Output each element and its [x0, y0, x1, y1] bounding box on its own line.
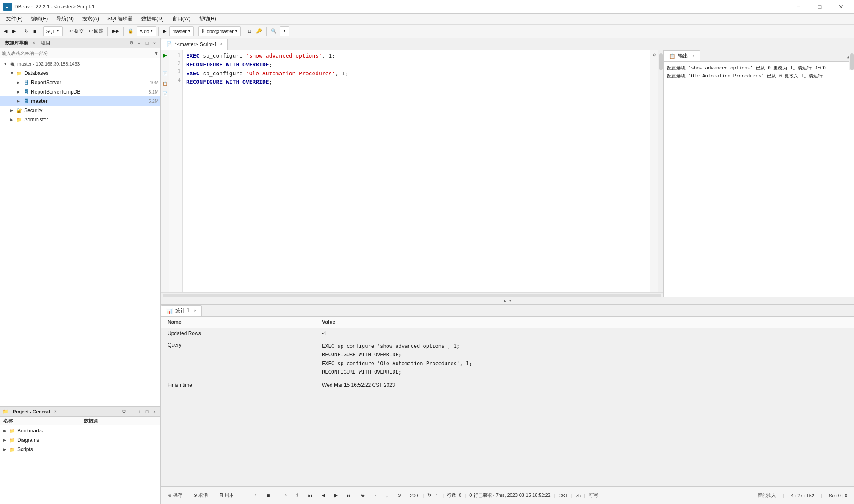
- tree-security[interactable]: ▶ 🔐 Security: [0, 106, 160, 115]
- master-dropdown[interactable]: master ▼: [169, 26, 194, 36]
- filter-icon[interactable]: ▼: [154, 51, 159, 56]
- bottom-collapse-bar[interactable]: ▲ ▼: [161, 297, 854, 304]
- rollback-button[interactable]: ↩ 回滚: [87, 26, 105, 36]
- menu-help[interactable]: 帮助(H): [195, 14, 220, 25]
- output-vscroll-thumb[interactable]: [850, 53, 854, 70]
- run-all-button[interactable]: ▶: [163, 52, 167, 58]
- menu-edit[interactable]: 编辑(E): [27, 14, 52, 25]
- import-btn[interactable]: ↓: [382, 492, 392, 499]
- tree-master[interactable]: ▶ 🗄 master 5.2M: [0, 96, 160, 106]
- count-btn[interactable]: ⊕: [357, 491, 369, 499]
- save-status[interactable]: ⊙ 保存: [164, 491, 186, 500]
- nav-minimize-btn[interactable]: □: [143, 40, 150, 47]
- tree-connection[interactable]: ▼ 🔌 master - 192.168.30.188:1433: [0, 59, 160, 69]
- script-tab-close[interactable]: ×: [220, 42, 222, 47]
- cancel-status[interactable]: ⊗ 取消: [190, 491, 212, 500]
- administer-arrow[interactable]: ▶: [10, 118, 14, 122]
- editor-vscroll[interactable]: [658, 50, 663, 292]
- minimize-button[interactable]: −: [789, 0, 808, 14]
- databases-arrow[interactable]: ▼: [10, 71, 14, 75]
- editor-tab-script1[interactable]: 📄 *<master> Script-1 ×: [161, 39, 228, 50]
- filter-btn[interactable]: ⊙: [394, 491, 405, 499]
- editor-hscroll[interactable]: [161, 292, 663, 297]
- tab-project-general[interactable]: Project - General: [10, 408, 52, 415]
- lock-button[interactable]: 🔒: [126, 26, 136, 36]
- menu-sql[interactable]: SQL编辑器: [103, 14, 137, 25]
- master-db-arrow[interactable]: ▶: [17, 99, 21, 103]
- proj-minus-btn[interactable]: −: [128, 408, 135, 415]
- proj-diagrams[interactable]: ▶ 📁 Diagrams: [0, 435, 160, 445]
- close-button[interactable]: ✕: [831, 0, 851, 14]
- input-mode-label[interactable]: 智能插入: [754, 492, 780, 498]
- refresh-button[interactable]: ↻: [22, 26, 30, 36]
- search-button[interactable]: 🔍: [269, 26, 279, 36]
- last-btn[interactable]: ⏭: [343, 492, 355, 499]
- stop-btn[interactable]: ⏹: [262, 492, 274, 499]
- forward-button[interactable]: ▶: [10, 26, 18, 36]
- auto-dropdown[interactable]: Auto ▼: [137, 26, 157, 36]
- tab-project[interactable]: 项目: [39, 39, 53, 47]
- proj-scripts[interactable]: ▶ 📁 Scripts: [0, 445, 160, 454]
- gutter-btn-1[interactable]: 📄: [161, 69, 169, 77]
- proj-settings-btn[interactable]: ⚙: [121, 408, 127, 415]
- editor-vscroll-thumb[interactable]: [659, 53, 663, 70]
- proj-plus-btn[interactable]: +: [136, 408, 143, 415]
- proj-bookmarks[interactable]: ▶ 📁 Bookmarks: [0, 426, 160, 435]
- maximize-button[interactable]: □: [810, 0, 829, 14]
- lock2-button[interactable]: 🔑: [254, 26, 264, 36]
- mini-settings-btn[interactable]: ⚙: [651, 52, 658, 58]
- tree-reportserver-tempdb[interactable]: ▶ 🗄 ReportServerTempDB 3.1M: [0, 87, 160, 96]
- first-btn[interactable]: ⏮: [304, 492, 316, 499]
- reportserver-arrow[interactable]: ▶: [17, 80, 21, 85]
- timezone-label[interactable]: CST: [559, 493, 568, 498]
- nav-settings-btn[interactable]: ⚙: [128, 40, 135, 47]
- tree-databases-folder[interactable]: ▼ 📁 Databases: [0, 69, 160, 78]
- more-button[interactable]: ▶▶: [110, 26, 121, 36]
- stats-tab-close[interactable]: ×: [194, 308, 196, 313]
- back-button[interactable]: ◀: [2, 26, 9, 36]
- search-dropdown[interactable]: ▼: [280, 26, 289, 36]
- menu-file[interactable]: 文件(F): [2, 14, 27, 25]
- tab-project-close[interactable]: ×: [54, 409, 57, 414]
- scripts-arrow[interactable]: ▶: [3, 447, 8, 452]
- stop-button[interactable]: ■: [31, 26, 39, 36]
- execute-script-btn[interactable]: ⟹: [276, 491, 290, 499]
- run-button[interactable]: ▶: [161, 26, 168, 36]
- proj-close-btn[interactable]: ×: [151, 408, 158, 415]
- bookmarks-arrow[interactable]: ▶: [3, 429, 8, 433]
- execute-btn[interactable]: ⟹: [246, 491, 260, 499]
- nav-close-btn[interactable]: ×: [151, 40, 158, 47]
- dbo-dropdown[interactable]: 🗄 dbo@master ▼: [198, 26, 241, 36]
- export-btn[interactable]: ↑: [370, 492, 380, 499]
- menu-window[interactable]: 窗口(W): [168, 14, 195, 25]
- diagrams-arrow[interactable]: ▶: [3, 438, 8, 442]
- output-tab-close[interactable]: ×: [692, 54, 695, 58]
- proj-collapse-btn[interactable]: □: [143, 408, 150, 415]
- gutter-btn-3[interactable]: 📄: [161, 90, 169, 97]
- lang-label[interactable]: zh: [576, 493, 581, 498]
- menu-db[interactable]: 数据库(D): [137, 14, 168, 25]
- gutter-btn-2[interactable]: 📋: [161, 80, 169, 87]
- mode-label[interactable]: 可写: [589, 492, 598, 498]
- tab-db-navigator-close[interactable]: ×: [33, 41, 35, 45]
- stats-tab[interactable]: 📊 统计 1 ×: [161, 305, 202, 316]
- security-arrow[interactable]: ▶: [10, 108, 14, 113]
- reportserver-tempdb-arrow[interactable]: ▶: [17, 90, 21, 94]
- menu-nav[interactable]: 导航(N): [52, 14, 78, 25]
- copy-button[interactable]: ⧉: [245, 26, 253, 36]
- tree-reportserver[interactable]: ▶ 🗄 ReportServer 10M: [0, 78, 160, 87]
- next-btn[interactable]: ▶: [331, 491, 342, 499]
- tab-db-navigator[interactable]: 数据库导航: [3, 39, 31, 47]
- menu-search[interactable]: 搜索(A): [78, 14, 103, 25]
- prev-btn[interactable]: ◀: [318, 491, 329, 499]
- output-vscroll[interactable]: [849, 50, 854, 70]
- submit-button[interactable]: ↵ 提交: [67, 26, 86, 36]
- tree-connection-arrow[interactable]: ▼: [3, 62, 8, 66]
- db-nav-search-input[interactable]: [2, 51, 154, 56]
- tree-administer[interactable]: ▶ 📁 Administer: [0, 115, 160, 124]
- sql-dropdown[interactable]: SQL ▼: [43, 26, 63, 36]
- script-status[interactable]: 🗄 脚本: [215, 491, 238, 500]
- explain-btn[interactable]: ⤴: [292, 492, 302, 499]
- nav-collapse-btn[interactable]: −: [136, 40, 143, 47]
- output-tab[interactable]: 📋 输出 ×: [664, 50, 700, 61]
